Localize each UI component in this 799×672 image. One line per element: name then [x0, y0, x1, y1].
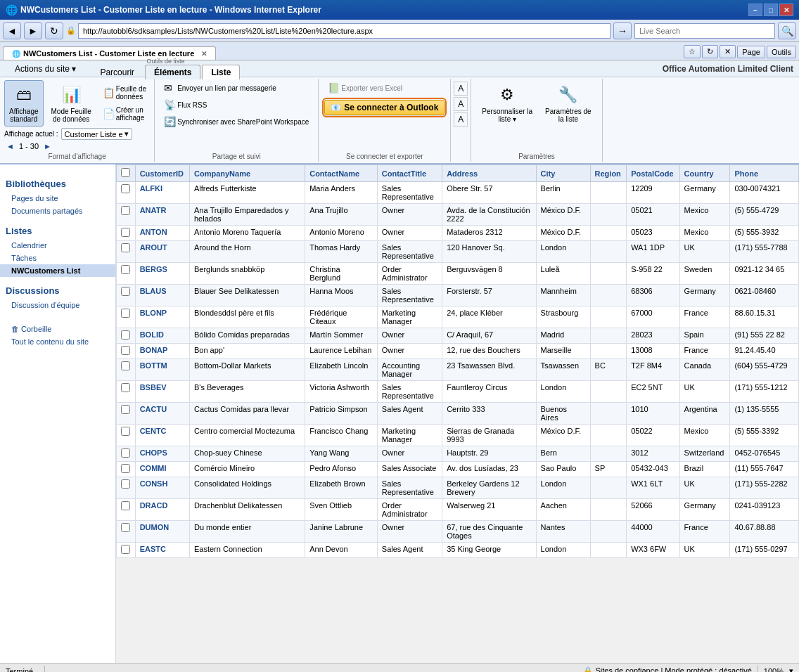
customer-id-link-COMMI[interactable]: COMMI: [140, 464, 167, 472]
search-input[interactable]: [634, 23, 775, 39]
row-check-BOTTM[interactable]: [121, 361, 130, 370]
sidebar-item-documents[interactable]: Documents partagés: [0, 205, 115, 217]
row-checkbox-CENTC[interactable]: [117, 425, 136, 446]
customer-id-link-CENTC[interactable]: CENTC: [140, 427, 167, 435]
row-checkbox-EASTC[interactable]: [117, 543, 136, 558]
stop-button[interactable]: ✕: [720, 45, 736, 58]
page-button[interactable]: Page: [737, 46, 765, 58]
customer-id-link-BONAP[interactable]: BONAP: [140, 346, 168, 354]
row-check-CENTC[interactable]: [121, 427, 130, 436]
col-header-country[interactable]: Country: [679, 165, 730, 182]
sidebar-item-discussion[interactable]: Discussion d'équipe: [0, 299, 115, 311]
row-check-COMMI[interactable]: [121, 464, 130, 473]
row-check-ANTON[interactable]: [121, 228, 130, 237]
sidebar-item-pages[interactable]: Pages du site: [0, 192, 115, 205]
row-checkbox-BLONP[interactable]: [117, 306, 136, 328]
customer-id-link-CACTU[interactable]: CACTU: [140, 405, 167, 413]
forward-button[interactable]: ►: [24, 22, 42, 39]
ribbon-tab-liste[interactable]: Liste: [202, 65, 240, 79]
ribbon-tab-parcourir[interactable]: Parcourir: [91, 65, 143, 79]
row-checkbox-COMMI[interactable]: [117, 462, 136, 477]
ribbon-icon-a2[interactable]: A: [454, 97, 468, 111]
customer-id-link-BLAUS[interactable]: BLAUS: [140, 287, 167, 295]
nav-next-button[interactable]: ►: [41, 141, 53, 151]
ribbon-btn-sharepoint[interactable]: 🔄 Synchroniser avec SharePoint Workspace: [160, 114, 312, 129]
customer-id-link-ANTON[interactable]: ANTON: [140, 228, 167, 236]
row-checkbox-CACTU[interactable]: [117, 403, 136, 425]
row-checkbox-ALFKI[interactable]: [117, 182, 136, 204]
customer-id-link-DUMON[interactable]: DUMON: [140, 523, 170, 531]
ribbon-btn-excel[interactable]: 📗 Exporter vers Excel: [324, 80, 445, 96]
favorites-button[interactable]: ☆: [684, 45, 701, 58]
customer-id-link-BOTTM[interactable]: BOTTM: [140, 361, 167, 370]
row-check-BSBEV[interactable]: [121, 383, 130, 392]
row-checkbox-BONAP[interactable]: [117, 344, 136, 359]
row-checkbox-BLAUS[interactable]: [117, 285, 136, 306]
row-checkbox-BSBEV[interactable]: [117, 381, 136, 403]
close-button[interactable]: ✕: [779, 4, 793, 16]
refresh-toolbar-button[interactable]: ↻: [702, 45, 718, 58]
row-checkbox-ANATR[interactable]: [117, 204, 136, 226]
refresh-button[interactable]: ↻: [45, 22, 63, 39]
data-table-container[interactable]: CustomerID CompanyName ContactName Conta…: [116, 164, 799, 663]
back-button[interactable]: ◄: [3, 22, 21, 39]
customer-id-link-CHOPS[interactable]: CHOPS: [140, 448, 167, 457]
maximize-button[interactable]: □: [764, 4, 778, 16]
ribbon-btn-params-liste[interactable]: 🔧 Paramètres dela liste: [540, 80, 596, 127]
tab-close[interactable]: ✕: [201, 50, 207, 58]
row-checkbox-CONSH[interactable]: [117, 477, 136, 499]
zoom-dropdown[interactable]: ▾: [789, 666, 793, 672]
row-check-BERGS[interactable]: [121, 265, 130, 274]
ribbon-icon-a1[interactable]: A: [454, 82, 468, 96]
row-checkbox-CHOPS[interactable]: [117, 446, 136, 462]
sidebar-item-all-content[interactable]: Tout le contenu du site: [0, 335, 115, 348]
customer-id-link-BERGS[interactable]: BERGS: [140, 265, 167, 273]
ribbon-btn-datasheet-view[interactable]: 📊 Mode Feuillede données: [46, 80, 96, 127]
search-go-button[interactable]: 🔍: [778, 22, 796, 39]
row-check-BLAUS[interactable]: [121, 287, 130, 296]
customer-id-link-BOLID[interactable]: BOLID: [140, 330, 164, 339]
ribbon-btn-rss[interactable]: 📡 Flux RSS: [160, 97, 312, 112]
col-header-city[interactable]: City: [536, 165, 590, 182]
col-header-check[interactable]: [117, 165, 136, 182]
row-check-EASTC[interactable]: [121, 545, 130, 554]
row-check-CACTU[interactable]: [121, 405, 130, 414]
sidebar-item-nwcustomers[interactable]: NWCustomers List: [0, 264, 115, 277]
customer-id-link-ANATR[interactable]: ANATR: [140, 206, 167, 214]
row-check-BOLID[interactable]: [121, 330, 130, 340]
address-field[interactable]: [78, 23, 611, 39]
ribbon-btn-outlook[interactable]: 📧 Se connecter à Outlook: [324, 100, 445, 115]
col-header-company[interactable]: CompanyName: [189, 165, 305, 182]
row-check-CHOPS[interactable]: [121, 448, 130, 458]
customer-id-link-AROUT[interactable]: AROUT: [140, 243, 167, 252]
row-check-BONAP[interactable]: [121, 346, 130, 355]
customer-id-link-BLONP[interactable]: BLONP: [140, 309, 167, 317]
ribbon-btn-standard-view[interactable]: 🗃 Affichagestandard: [4, 80, 44, 127]
row-check-ALFKI[interactable]: [121, 184, 130, 193]
row-check-BLONP[interactable]: [121, 309, 130, 318]
customer-id-link-BSBEV[interactable]: BSBEV: [140, 383, 167, 392]
col-header-customerid[interactable]: CustomerID: [135, 165, 189, 182]
ribbon-btn-feuille[interactable]: 📋 Feuille dedonnées: [99, 83, 150, 103]
ribbon-btn-creer[interactable]: 📄 Créer unaffichage: [99, 104, 150, 124]
sidebar-item-calendrier[interactable]: Calendrier: [0, 239, 115, 252]
tools-button[interactable]: Outils: [767, 46, 796, 58]
row-check-DRACD[interactable]: [121, 501, 130, 510]
row-check-CONSH[interactable]: [121, 479, 130, 489]
row-check-ANATR[interactable]: [121, 206, 130, 215]
row-checkbox-BERGS[interactable]: [117, 263, 136, 285]
col-header-contact[interactable]: ContactName: [305, 165, 378, 182]
ribbon-btn-personaliser[interactable]: ⚙ Personnaliser laliste ▾: [477, 80, 537, 127]
row-checkbox-DRACD[interactable]: [117, 499, 136, 521]
col-header-title[interactable]: ContactTitle: [377, 165, 442, 182]
col-header-address[interactable]: Address: [442, 165, 536, 182]
col-header-postal[interactable]: PostalCode: [627, 165, 679, 182]
customer-id-link-EASTC[interactable]: EASTC: [140, 545, 166, 553]
row-checkbox-AROUT[interactable]: [117, 241, 136, 263]
view-dropdown[interactable]: Customer Liste e ▾: [61, 128, 132, 140]
ribbon-tab-actions[interactable]: Actions du site ▾: [6, 61, 85, 76]
ribbon-tab-elements[interactable]: Éléments: [145, 65, 200, 79]
ribbon-icon-a3[interactable]: A: [454, 112, 468, 127]
minimize-button[interactable]: −: [748, 4, 762, 16]
row-checkbox-BOTTM[interactable]: [117, 359, 136, 381]
